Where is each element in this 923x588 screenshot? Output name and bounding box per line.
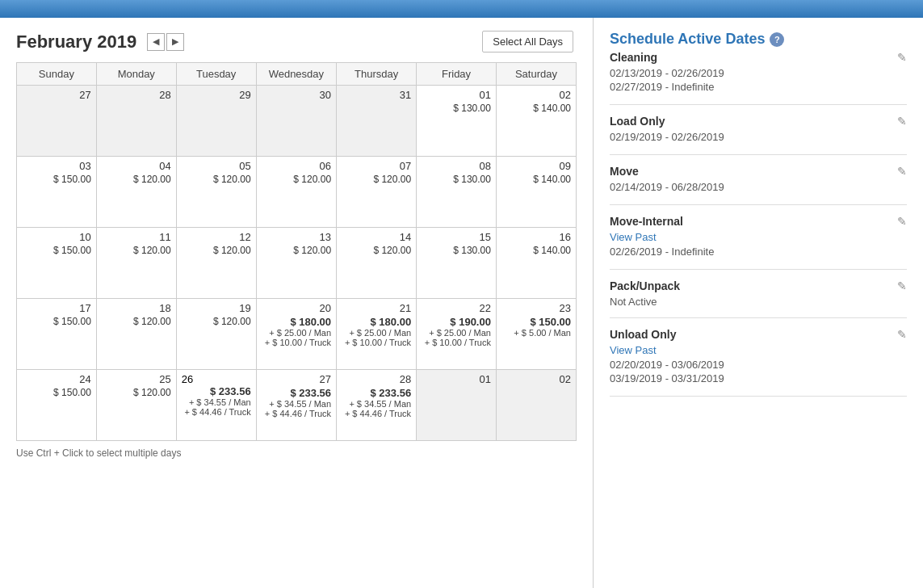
calendar-day[interactable]: 23$ 150.00+ $ 5.00 / Man [496, 299, 576, 370]
day-extra: + $ 34.55 / Man [342, 399, 411, 409]
calendar-day[interactable]: 04$ 120.00 [96, 157, 176, 228]
section-header: Cleaning✎ [610, 51, 907, 64]
day-extra: + $ 5.00 / Man [501, 328, 571, 338]
day-number: 12 [182, 231, 251, 243]
calendar-day[interactable]: 02$ 140.00 [496, 86, 576, 157]
day-extra: + $ 25.00 / Man [422, 328, 491, 338]
edit-icon[interactable]: ✎ [897, 51, 907, 64]
day-number: 30 [262, 89, 331, 101]
section-name: Move-Internal [610, 215, 683, 228]
not-active-label: Not Active [610, 296, 907, 308]
calendar-day[interactable]: 13$ 120.00 [256, 228, 336, 299]
schedule-section: Cleaning✎02/13/2019 - 02/26/201902/27/20… [610, 51, 907, 105]
calendar-day[interactable]: 24$ 150.00 [17, 370, 97, 441]
calendar-day[interactable]: 25$ 120.00 [96, 370, 176, 441]
section-name: Pack/Unpack [610, 279, 680, 292]
calendar-day[interactable]: 02 [496, 370, 576, 441]
calendar-day[interactable]: 03$ 150.00 [17, 157, 97, 228]
calendar-day[interactable]: 27$ 233.56+ $ 34.55 / Man+ $ 44.46 / Tru… [256, 370, 336, 441]
edit-icon[interactable]: ✎ [897, 328, 907, 341]
date-range: 02/13/2019 - 02/26/2019 [610, 67, 907, 79]
day-number: 23 [501, 302, 571, 314]
calendar-day[interactable]: 09$ 140.00 [496, 157, 576, 228]
edit-icon[interactable]: ✎ [897, 165, 907, 178]
calendar-day[interactable]: 07$ 120.00 [337, 157, 417, 228]
calendar-panel: February 2019 ◀ ▶ Select All Days Sunday… [0, 18, 594, 588]
main-container: February 2019 ◀ ▶ Select All Days Sunday… [0, 18, 923, 588]
day-number: 19 [182, 302, 251, 314]
day-number: 28 [102, 89, 171, 101]
section-name: Cleaning [610, 51, 657, 64]
day-extra: + $ 44.46 / Truck [262, 409, 331, 418]
calendar-day[interactable]: 22$ 190.00+ $ 25.00 / Man+ $ 10.00 / Tru… [417, 299, 497, 370]
day-number: 01 [422, 89, 491, 101]
day-number: 08 [422, 160, 491, 172]
day-extra: + $ 25.00 / Man [262, 328, 331, 338]
day-number: 06 [262, 160, 331, 172]
calendar-day[interactable]: 27 [17, 86, 97, 157]
calendar-day[interactable]: 31 [337, 86, 417, 157]
calendar-day[interactable]: 01 [417, 370, 497, 441]
calendar-day[interactable]: 19$ 120.00 [176, 299, 256, 370]
calendar-day[interactable]: 29 [176, 86, 256, 157]
calendar-day[interactable]: 01$ 130.00 [417, 86, 497, 157]
view-past-link[interactable]: View Past [610, 231, 907, 243]
day-number: 21 [342, 302, 411, 314]
day-extra: + $ 25.00 / Man [342, 328, 411, 338]
day-number: 15 [422, 231, 491, 243]
calendar-day[interactable]: 28$ 233.56+ $ 34.55 / Man+ $ 44.46 / Tru… [337, 370, 417, 441]
day-price: $ 120.00 [262, 174, 331, 185]
calendar-week-row: 272829303101$ 130.0002$ 140.00 [17, 86, 577, 157]
calendar-day[interactable]: 06$ 120.00 [256, 157, 336, 228]
edit-icon[interactable]: ✎ [897, 279, 907, 292]
prev-month-button[interactable]: ◀ [147, 33, 165, 51]
calendar-day[interactable]: 28 [96, 86, 176, 157]
calendar-week-row: 17$ 150.0018$ 120.0019$ 120.0020$ 180.00… [17, 299, 577, 370]
day-number: 27 [262, 373, 331, 385]
edit-icon[interactable]: ✎ [897, 215, 907, 228]
day-price: $ 130.00 [422, 103, 491, 114]
calendar-day[interactable]: 21$ 180.00+ $ 25.00 / Man+ $ 10.00 / Tru… [337, 299, 417, 370]
calendar-day[interactable]: 26$ 233.56+ $ 34.55 / Man+ $ 44.46 / Tru… [176, 370, 256, 441]
next-month-button[interactable]: ▶ [166, 33, 184, 51]
day-price: $ 120.00 [342, 174, 411, 185]
day-number: 20 [262, 302, 331, 314]
calendar-header-row: Sunday Monday Tuesday Wednesday Thursday… [17, 63, 577, 86]
day-number: 02 [501, 89, 571, 101]
view-past-link[interactable]: View Past [610, 344, 907, 356]
calendar-day[interactable]: 12$ 120.00 [176, 228, 256, 299]
calendar-day[interactable]: 05$ 120.00 [176, 157, 256, 228]
calendar-day[interactable]: 17$ 150.00 [17, 299, 97, 370]
day-number: 05 [182, 160, 251, 172]
day-extra: + $ 34.55 / Man [262, 399, 331, 409]
schedule-panel: Schedule Active Dates ? Cleaning✎02/13/2… [594, 18, 923, 588]
schedule-section: Move-Internal✎View Past02/26/2019 - Inde… [610, 215, 907, 270]
calendar-day[interactable]: 11$ 120.00 [96, 228, 176, 299]
select-all-days-button[interactable]: Select All Days [482, 31, 573, 52]
calendar-day[interactable]: 30 [256, 86, 336, 157]
day-price: $ 120.00 [182, 245, 251, 256]
calendar-day[interactable]: 08$ 130.00 [417, 157, 497, 228]
day-price: $ 140.00 [501, 103, 571, 114]
day-extra: + $ 10.00 / Truck [422, 338, 491, 347]
day-price: $ 233.56 [182, 385, 251, 397]
calendar-day[interactable]: 20$ 180.00+ $ 25.00 / Man+ $ 10.00 / Tru… [256, 299, 336, 370]
col-monday: Monday [96, 63, 176, 86]
calendar-day[interactable]: 16$ 140.00 [496, 228, 576, 299]
edit-icon[interactable]: ✎ [897, 115, 907, 128]
calendar-day[interactable]: 14$ 120.00 [337, 228, 417, 299]
col-saturday: Saturday [496, 63, 576, 86]
day-extra: + $ 44.46 / Truck [182, 407, 251, 417]
section-name: Load Only [610, 115, 665, 128]
day-extra: + $ 10.00 / Truck [262, 338, 331, 347]
calendar-day[interactable]: 10$ 150.00 [17, 228, 97, 299]
day-price: $ 130.00 [422, 174, 491, 185]
info-icon[interactable]: ? [770, 32, 784, 47]
calendar-grid: Sunday Monday Tuesday Wednesday Thursday… [16, 62, 577, 441]
day-number: 16 [501, 231, 571, 243]
calendar-day[interactable]: 15$ 130.00 [417, 228, 497, 299]
day-price: $ 233.56 [342, 387, 411, 399]
calendar-day[interactable]: 18$ 120.00 [96, 299, 176, 370]
day-price: $ 120.00 [102, 387, 171, 398]
day-price: $ 120.00 [182, 174, 251, 185]
